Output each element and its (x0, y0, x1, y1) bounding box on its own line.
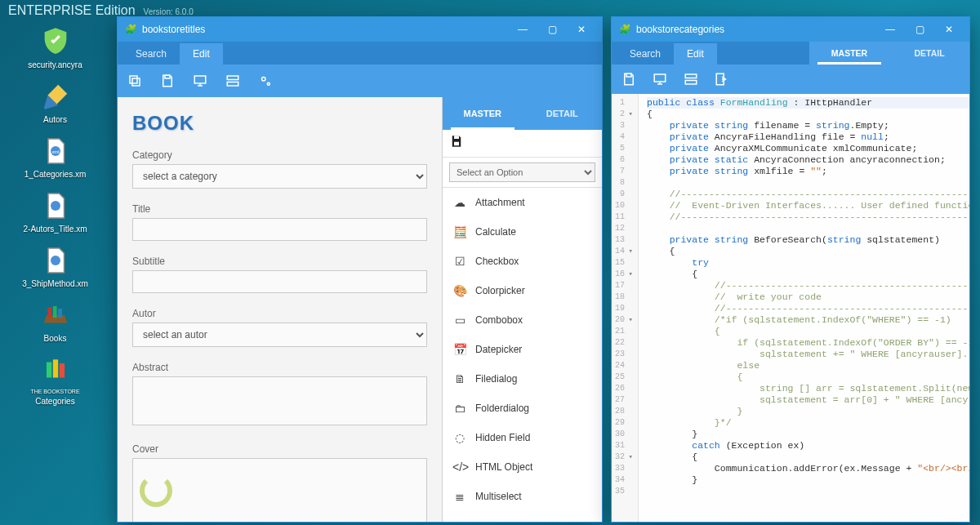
save-icon[interactable] (449, 134, 464, 153)
autor-label: Autor (132, 308, 427, 319)
monitor-icon[interactable] (651, 70, 669, 88)
tab-detail[interactable]: DETAIL (889, 42, 969, 65)
option-select-row: Select an Option (443, 158, 602, 188)
code-gutter: 12▾34567891011121314▾1516▾17181920▾21222… (612, 94, 639, 522)
close-button[interactable]: ✕ (568, 20, 595, 39)
copy-icon[interactable] (126, 72, 144, 90)
autor-select[interactable]: select an autor (132, 323, 427, 347)
calendar-icon: 📅 (452, 343, 467, 356)
desktop-label: Autors (43, 115, 67, 124)
option-select[interactable]: Select an Option (449, 162, 595, 182)
hidden-icon: ◌ (452, 431, 467, 444)
desktop-label: 1_Categories.xm (24, 170, 87, 179)
desktop-icon-autors[interactable]: Autors (12, 79, 98, 124)
svg-rect-19 (454, 142, 459, 146)
component-attachment[interactable]: ☁Attachment (443, 188, 602, 217)
maximize-button[interactable]: ▢ (906, 20, 933, 39)
window-titlebar[interactable]: 🧩 bookstoretitles ― ▢ ✕ (118, 17, 602, 42)
cover-label: Cover (132, 443, 427, 455)
component-multiselect[interactable]: ≣Multiselect (443, 482, 602, 511)
checkbox-icon: ☑ (452, 255, 467, 268)
tab-master[interactable]: MASTER (809, 42, 889, 65)
category-label: Category (132, 149, 427, 161)
svg-rect-9 (59, 363, 64, 377)
component-datepicker[interactable]: 📅Datepicker (443, 335, 602, 364)
svg-rect-10 (132, 78, 140, 86)
component-list[interactable]: ☁Attachment 🧮Calculate ☑Checkbox 🎨Colorp… (443, 188, 602, 522)
xml-file-icon (38, 189, 73, 223)
desktop-icon-file2[interactable]: 2-Autors_Title.xm (12, 189, 98, 234)
master-detail-tabs: MASTER DETAIL (443, 97, 602, 130)
palette-icon: 🎨 (452, 284, 467, 297)
component-filedialog[interactable]: 🗎Filedialog (443, 364, 602, 394)
save-row (443, 130, 602, 158)
tab-master[interactable]: MASTER (443, 97, 523, 130)
server-icon[interactable] (682, 70, 700, 88)
title-label: Title (132, 203, 427, 215)
number-icon: 123 (452, 519, 467, 522)
tab-detail[interactable]: DETAIL (523, 97, 603, 130)
desktop-label: 3_ShipMethod.xm (22, 279, 88, 288)
window-titlebar[interactable]: 🧩 bookstorecategories ― ▢ ✕ (612, 17, 969, 42)
tab-edit[interactable]: Edit (674, 43, 717, 65)
minimize-button[interactable]: ― (509, 20, 537, 39)
component-numerical[interactable]: 123Numerical (443, 511, 602, 522)
app-version: Version: 6.0.0 (144, 7, 194, 16)
component-colorpicker[interactable]: 🎨Colorpicker (443, 276, 602, 305)
desktop-label: security.ancyra (28, 60, 82, 69)
desktop-icon-file3[interactable]: 3_ShipMethod.xm (12, 243, 98, 288)
component-combobox[interactable]: ▭Combobox (443, 305, 602, 335)
title-input[interactable] (132, 218, 427, 241)
component-calculate[interactable]: 🧮Calculate (443, 217, 602, 247)
tab-search[interactable]: Search (122, 43, 180, 65)
svg-point-17 (267, 82, 270, 85)
svg-rect-22 (685, 74, 697, 78)
exit-icon[interactable] (713, 70, 731, 88)
svg-rect-12 (165, 75, 170, 78)
toolbar (612, 65, 969, 94)
minimize-button[interactable]: ― (876, 20, 904, 39)
cover-upload[interactable] (132, 458, 427, 522)
component-hidden[interactable]: ◌Hidden Field (443, 423, 602, 452)
monitor-icon[interactable] (191, 72, 209, 90)
desktop-icon-categories[interactable]: THE BOOKSTORE Categories (12, 353, 98, 406)
save-icon[interactable] (158, 72, 176, 90)
tab-edit[interactable]: Edit (180, 43, 223, 65)
pencil-icon (38, 79, 73, 113)
cloud-icon: ☁ (452, 196, 467, 209)
gears-icon[interactable] (256, 72, 274, 90)
desktop-label: Books (44, 334, 67, 343)
svg-rect-20 (626, 73, 631, 77)
subtitle-input[interactable] (132, 270, 427, 293)
code-editor[interactable]: 12▾34567891011121314▾1516▾17181920▾21222… (612, 94, 969, 522)
books-icon (38, 298, 73, 332)
desktop-icon-books[interactable]: Books (12, 298, 98, 343)
desktop-icon-security[interactable]: security.ancyra (12, 24, 98, 69)
category-select[interactable]: select a category (132, 164, 427, 189)
desktop-label: 2-Autors_Title.xm (24, 225, 87, 234)
combobox-icon: ▭ (452, 314, 467, 327)
abstract-textarea[interactable] (132, 376, 427, 425)
component-folderdialog[interactable]: 🗀Folderdialog (443, 394, 602, 423)
svg-rect-18 (454, 136, 459, 139)
page-title: BOOK (132, 112, 427, 135)
window-bookstoretitles: 🧩 bookstoretitles ― ▢ ✕ Search Edit BOOK… (117, 16, 603, 523)
save-icon[interactable] (620, 70, 638, 88)
maximize-button[interactable]: ▢ (538, 20, 566, 39)
desktop-icons: security.ancyra Autors xml 1_Categories.… (12, 24, 98, 406)
component-checkbox[interactable]: ☑Checkbox (443, 247, 602, 276)
toolbar (118, 65, 602, 97)
desktop-icon-file1[interactable]: xml 1_Categories.xm (12, 134, 98, 179)
code-body[interactable]: public class FormHandling : IHttpHandler… (639, 94, 969, 522)
loading-spinner-icon (140, 474, 172, 507)
list-icon: ≣ (452, 490, 467, 503)
server-icon[interactable] (224, 72, 242, 90)
close-button[interactable]: ✕ (935, 20, 963, 39)
component-htmlobj[interactable]: </>HTML Object (443, 452, 602, 482)
main-tabs: Search Edit (118, 42, 602, 65)
tab-search[interactable]: Search (617, 43, 674, 65)
svg-rect-23 (685, 81, 697, 85)
abstract-label: Abstract (132, 362, 427, 373)
window-title: bookstorecategories (636, 24, 724, 35)
app-icon: 🧩 (618, 23, 631, 36)
